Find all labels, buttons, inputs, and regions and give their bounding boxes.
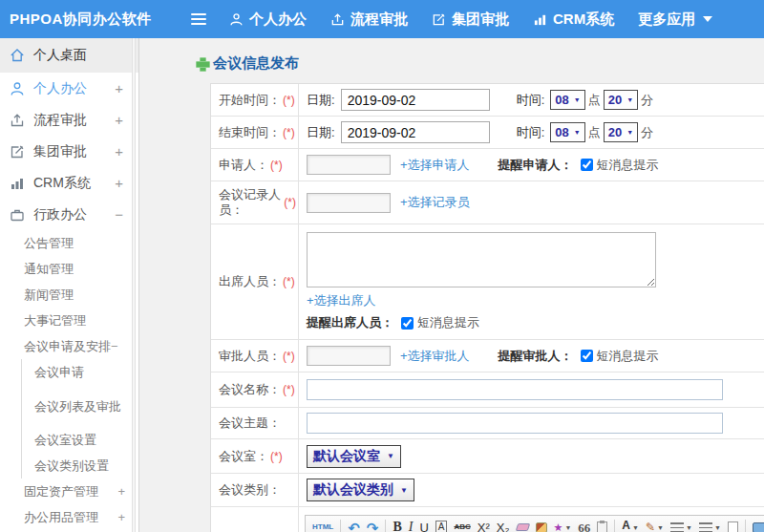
sidebar-group-group-approval[interactable]: 集团审批 + <box>0 136 138 167</box>
required-mark: (*) <box>283 274 295 289</box>
field-label: 开始时间： <box>219 93 281 108</box>
sidebar-group-crm-system[interactable]: CRM系统 + <box>0 167 138 199</box>
sidebar-item-meeting-room-settings[interactable]: 会议室设置 <box>22 427 138 453</box>
start-minute-select[interactable]: 20▼ <box>604 90 638 110</box>
meeting-category-select[interactable]: 默认会议类别▼ <box>307 479 414 501</box>
applicant-sms-checkbox[interactable] <box>581 159 593 171</box>
choose-attendees-link[interactable]: +选择出席人 <box>307 292 376 309</box>
remind-attendees-label: 提醒出席人员： <box>307 314 393 331</box>
underline-button[interactable]: U <box>419 521 428 532</box>
auto-typeset-button[interactable]: ★▼ <box>554 522 572 532</box>
dropdown-arrow-icon: ▼ <box>714 524 721 531</box>
sidebar-item-notice-mgmt[interactable]: 通知管理 <box>0 256 138 282</box>
sidebar-group-meeting-request[interactable]: 会议申请及安排− <box>0 333 138 359</box>
expand-plus-icon[interactable]: + <box>115 143 123 160</box>
remove-format-eraser-icon[interactable] <box>515 523 530 531</box>
strikethrough-button[interactable]: ABC <box>454 523 470 531</box>
expand-plus-icon[interactable]: + <box>117 510 125 524</box>
end-minute-select[interactable]: 20▼ <box>604 122 638 142</box>
required-mark: (*) <box>283 349 295 364</box>
form-row-editor: HTML ↶ ↷ B I U A ABC X² <box>211 507 764 532</box>
blockquote-button[interactable]: 66 <box>578 521 590 532</box>
italic-button[interactable]: I <box>409 521 414 532</box>
sidebar-item-meeting-apply[interactable]: 会议申请 <box>22 359 138 385</box>
dropdown-arrow-icon: ▼ <box>686 524 692 531</box>
meeting-room-select[interactable]: 默认会议室▼ <box>307 445 401 468</box>
form-row-start-time: 开始时间：(*) 日期: 时间: 08▼ 点 20▼ 分 <box>211 84 764 117</box>
approver-sms-checkbox[interactable] <box>581 350 593 362</box>
undo-button[interactable]: ↶ <box>348 521 360 532</box>
form-row-recorder: 会议记录人员：(*) +选择记录员 <box>211 181 764 224</box>
time-label: 时间: <box>517 124 545 141</box>
sidebar-scrollbar[interactable] <box>132 38 136 532</box>
font-border-button[interactable]: A <box>435 521 448 532</box>
attendees-textarea[interactable] <box>307 232 656 287</box>
topbar-item-crm-system[interactable]: CRM系统 <box>533 11 614 29</box>
select-arrow-icon: ▼ <box>574 129 581 136</box>
sidebar-group-personal-office[interactable]: 个人办公 + <box>0 73 138 104</box>
start-hour-select[interactable]: 08▼ <box>550 90 584 110</box>
format-painter-icon[interactable] <box>536 522 547 532</box>
ordered-list-button[interactable]: ▼ <box>670 522 692 532</box>
edit-icon <box>432 12 446 27</box>
expand-plus-icon[interactable]: + <box>115 80 123 96</box>
app-logo: PHPOA协同办公软件 <box>0 11 191 29</box>
sidebar-item-news-mgmt[interactable]: 新闻管理 <box>0 282 138 308</box>
end-date-input[interactable] <box>341 121 490 143</box>
app-window: PHPOA协同办公软件 个人办公 流程审批 集团审批 CRM系统 更多应用 <box>0 0 764 532</box>
paste-clipboard-icon[interactable] <box>597 521 607 532</box>
select-arrow-icon: ▼ <box>626 129 633 136</box>
attendees-sms-checkbox[interactable] <box>401 317 414 330</box>
topbar-item-personal-office[interactable]: 个人办公 <box>229 11 307 29</box>
required-mark: (*) <box>283 125 295 140</box>
sidebar-item-personal-desktop[interactable]: 个人桌面 <box>0 38 138 73</box>
applicant-input[interactable] <box>307 155 391 175</box>
expand-plus-icon[interactable]: + <box>115 175 123 191</box>
end-hour-select[interactable]: 08▼ <box>550 122 584 142</box>
choose-recorder-link[interactable]: +选择记录员 <box>400 194 470 211</box>
meeting-topic-input[interactable] <box>307 413 723 434</box>
choose-applicant-link[interactable]: +选择申请人 <box>400 157 470 174</box>
required-mark: (*) <box>270 158 283 173</box>
sidebar-item-fixed-assets-mgmt[interactable]: 固定资产管理+ <box>0 479 138 504</box>
fullscreen-icon[interactable] <box>753 522 764 532</box>
form-row-meeting-room: 会议室：(*) 默认会议室▼ <box>211 439 764 474</box>
redo-button[interactable]: ↷ <box>367 521 379 532</box>
sidebar-group-workflow-approval[interactable]: 流程审批 + <box>0 104 138 136</box>
font-color-button[interactable]: A▼ <box>622 520 639 532</box>
form-row-meeting-name: 会议名称：(*) <box>211 372 764 408</box>
collapse-minus-icon[interactable]: − <box>115 206 123 223</box>
subscript-button[interactable]: X₂ <box>497 521 510 532</box>
approver-input[interactable] <box>307 346 391 366</box>
superscript-button[interactable]: X² <box>478 521 490 532</box>
select-arrow-icon: ▼ <box>574 96 581 103</box>
topbar-item-group-approval[interactable]: 集团审批 <box>432 11 509 29</box>
start-date-input[interactable] <box>341 89 490 111</box>
select-arrow-icon: ▼ <box>387 452 394 460</box>
recorder-input[interactable] <box>307 193 391 213</box>
sidebar-item-meeting-list-approval[interactable]: 会议列表及审批 <box>22 385 138 427</box>
bold-button[interactable]: B <box>393 521 401 532</box>
highlight-pen-button[interactable]: ✎▼ <box>646 521 664 532</box>
unordered-list-button[interactable]: ▼ <box>699 522 721 532</box>
new-document-icon[interactable] <box>728 521 738 532</box>
choose-approver-link[interactable]: +选择审批人 <box>400 348 470 365</box>
topbar-item-workflow-approval[interactable]: 流程审批 <box>330 11 408 29</box>
sidebar-item-announcement-mgmt[interactable]: 公告管理 <box>0 230 138 256</box>
hour-unit: 点 <box>588 92 601 109</box>
select-arrow-icon: ▼ <box>400 486 408 495</box>
topbar-item-more-apps[interactable]: 更多应用 <box>638 11 712 29</box>
sidebar-item-meeting-category-settings[interactable]: 会议类别设置 <box>22 453 138 479</box>
field-label: 会议主题： <box>219 415 281 431</box>
html-source-button[interactable]: HTML <box>312 523 333 531</box>
hour-unit: 点 <box>588 124 601 141</box>
meeting-name-input[interactable] <box>307 379 723 400</box>
expand-plus-icon[interactable]: + <box>117 484 125 499</box>
sidebar-item-memorabilia-mgmt[interactable]: 大事记管理 <box>0 308 138 333</box>
expand-plus-icon[interactable]: + <box>115 112 123 128</box>
sidebar-item-office-supplies-mgmt[interactable]: 办公用品管理+ <box>0 504 138 530</box>
collapse-minus-icon[interactable]: − <box>111 339 118 353</box>
briefcase-icon <box>10 207 25 223</box>
hamburger-menu-icon[interactable] <box>191 13 206 25</box>
sidebar-group-admin-office[interactable]: 行政办公 − <box>0 199 138 230</box>
